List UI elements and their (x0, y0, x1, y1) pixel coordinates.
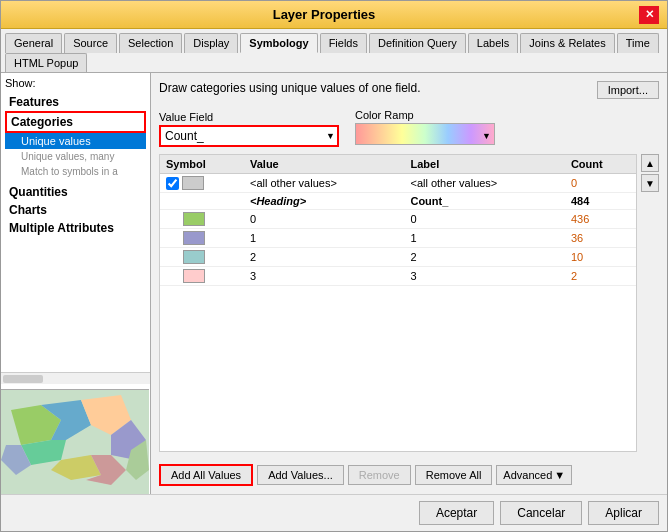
values-table: Symbol Value Label Count <all other valu… (160, 155, 636, 286)
value-field-label: Value Field (159, 111, 339, 123)
window-title: Layer Properties (9, 7, 639, 22)
table-row[interactable]: 2210 (160, 248, 636, 267)
value-cell: <all other values> (244, 174, 404, 193)
layer-properties-window: Layer Properties ✕ General Source Select… (0, 0, 668, 532)
value-cell: 0 (244, 210, 404, 229)
color-ramp-wrapper[interactable] (355, 123, 495, 148)
color-swatch (183, 269, 205, 283)
table-container: Symbol Value Label Count <all other valu… (159, 154, 659, 458)
color-ramp-swatch (355, 123, 495, 145)
tab-selection[interactable]: Selection (119, 33, 182, 53)
list-item-unique-values[interactable]: Unique values (5, 133, 146, 149)
aceptar-button[interactable]: Aceptar (419, 501, 494, 525)
scroll-up-button[interactable]: ▲ (641, 154, 659, 172)
add-all-values-button[interactable]: Add All Values (159, 464, 253, 486)
color-ramp-group: Color Ramp (355, 109, 495, 148)
symbol-cell (160, 267, 244, 286)
tab-labels[interactable]: Labels (468, 33, 518, 53)
title-bar: Layer Properties ✕ (1, 1, 667, 29)
left-panel: Show: Features Categories Unique values … (1, 73, 151, 494)
list-item-categories[interactable]: Categories (5, 111, 146, 133)
count-cell: 36 (565, 229, 636, 248)
tabs-bar: General Source Selection Display Symbolo… (1, 29, 667, 73)
color-swatch (183, 231, 205, 245)
value-cell: 3 (244, 267, 404, 286)
count-cell: 436 (565, 210, 636, 229)
symbol-cell (160, 248, 244, 267)
main-content: Show: Features Categories Unique values … (1, 73, 667, 494)
aplicar-button[interactable]: Aplicar (588, 501, 659, 525)
bottom-buttons: Add All Values Add Values... Remove Remo… (159, 464, 659, 486)
tab-fields[interactable]: Fields (320, 33, 367, 53)
label-cell: 2 (404, 248, 564, 267)
description-text: Draw categories using unique values of o… (159, 81, 421, 95)
tab-joins-relates[interactable]: Joins & Relates (520, 33, 614, 53)
show-label: Show: (5, 77, 146, 89)
col-label: Label (404, 155, 564, 174)
label-cell: 0 (404, 210, 564, 229)
close-button[interactable]: ✕ (639, 6, 659, 24)
remove-button[interactable]: Remove (348, 465, 411, 485)
map-svg (1, 390, 149, 494)
symbology-list: Features Categories Unique values Unique… (5, 93, 146, 237)
symbol-cell (160, 193, 244, 210)
list-item-features[interactable]: Features (5, 93, 146, 111)
tab-display[interactable]: Display (184, 33, 238, 53)
table-row[interactable]: 332 (160, 267, 636, 286)
list-item-unique-values-many[interactable]: Unique values, many (5, 149, 146, 164)
value-field-wrapper: Count_ (159, 125, 339, 147)
col-symbol: Symbol (160, 155, 244, 174)
scrollbar-horizontal[interactable] (1, 372, 150, 384)
tab-source[interactable]: Source (64, 33, 117, 53)
table-row[interactable]: <Heading>Count_484 (160, 193, 636, 210)
count-cell: 0 (565, 174, 636, 193)
label-cell: 3 (404, 267, 564, 286)
table-row[interactable]: 00436 (160, 210, 636, 229)
col-value: Value (244, 155, 404, 174)
advanced-label: Advanced (503, 469, 552, 481)
table-header-row: Symbol Value Label Count (160, 155, 636, 174)
tab-definition-query[interactable]: Definition Query (369, 33, 466, 53)
count-cell: 484 (565, 193, 636, 210)
scroll-down-button[interactable]: ▼ (641, 174, 659, 192)
advanced-arrow-icon: ▼ (554, 469, 565, 481)
tab-general[interactable]: General (5, 33, 62, 53)
field-row: Value Field Count_ Color Ramp (159, 109, 659, 148)
right-panel: Draw categories using unique values of o… (151, 73, 667, 494)
symbol-cell (160, 210, 244, 229)
tab-time[interactable]: Time (617, 33, 659, 53)
table-row[interactable]: <all other values><all other values>0 (160, 174, 636, 193)
advanced-button[interactable]: Advanced ▼ (496, 465, 572, 485)
col-count: Count (565, 155, 636, 174)
label-cell: 1 (404, 229, 564, 248)
symbol-cell (160, 229, 244, 248)
list-item-charts[interactable]: Charts (5, 201, 146, 219)
tab-symbology[interactable]: Symbology (240, 33, 317, 53)
list-item-match-symbols[interactable]: Match to symbols in a (5, 164, 146, 179)
color-ramp-label: Color Ramp (355, 109, 495, 121)
footer: Aceptar Cancelar Aplicar (1, 494, 667, 531)
label-cell: Count_ (404, 193, 564, 210)
value-field-group: Value Field Count_ (159, 111, 339, 147)
symbol-cell (160, 174, 244, 193)
color-swatch (182, 176, 204, 190)
cancelar-button[interactable]: Cancelar (500, 501, 582, 525)
list-item-multiple-attributes[interactable]: Multiple Attributes (5, 219, 146, 237)
tab-html-popup[interactable]: HTML Popup (5, 53, 87, 72)
scrollbar-thumb (3, 375, 43, 383)
color-swatch (183, 250, 205, 264)
list-item-quantities[interactable]: Quantities (5, 183, 146, 201)
remove-all-button[interactable]: Remove All (415, 465, 493, 485)
table-row[interactable]: 1136 (160, 229, 636, 248)
value-cell: 1 (244, 229, 404, 248)
count-cell: 10 (565, 248, 636, 267)
scroll-buttons: ▲ ▼ (641, 154, 659, 458)
map-thumbnail (1, 389, 149, 494)
import-button[interactable]: Import... (597, 81, 659, 99)
value-field-select[interactable]: Count_ (159, 125, 339, 147)
symbol-checkbox[interactable] (166, 177, 179, 190)
count-cell: 2 (565, 267, 636, 286)
symbol-table: Symbol Value Label Count <all other valu… (159, 154, 637, 452)
add-values-button[interactable]: Add Values... (257, 465, 344, 485)
table-body: <all other values><all other values>0<He… (160, 174, 636, 286)
